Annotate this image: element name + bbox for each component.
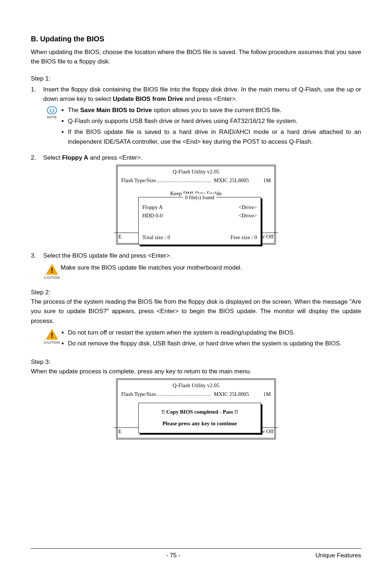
note-icon: NOTE (43, 106, 61, 148)
drive-option[interactable]: Floppy A (142, 203, 163, 212)
step1-item2: Select Floppy A and press <Enter>. (43, 153, 361, 163)
page-number: - 75 - (166, 551, 180, 560)
note-bullet: If the BIOS update file is saved to a ha… (68, 127, 361, 147)
qflash-bottom-right: er Off (261, 233, 274, 241)
qflash-dialog-1: Q-Flash Utility v2.05 Flash Type/Size ..… (116, 165, 276, 245)
list-number: 3. (31, 251, 43, 261)
caution-text: Make sure the BIOS update file matches y… (61, 263, 361, 280)
popup-title: 0 file(s) found (183, 194, 216, 202)
list-number: 1. (31, 85, 43, 104)
completion-msg: !! Copy BIOS completed - Pass !! (142, 407, 257, 416)
section-title: B. Updating the BIOS (31, 33, 361, 45)
intro-text: When updating the BIOS, choose the locat… (31, 48, 361, 67)
step3-text: When the update process is complete, pre… (31, 367, 361, 376)
drive-option[interactable]: HDD 0-0 (142, 212, 163, 220)
caution-bullet: Do not remove the floppy disk, USB flash… (68, 339, 361, 348)
drive-tag: <Drive> (238, 212, 257, 220)
step2-text: The process of the system reading the BI… (31, 297, 361, 326)
free-size: Free size : 0 (230, 233, 257, 242)
caution-bullet: Do not turn off or restart the system wh… (68, 328, 361, 337)
note-bullet: The Save Main BIOS to Drive option allow… (68, 106, 361, 115)
caution-icon: ! CAUTION (43, 328, 61, 350)
continue-msg: Please press any key to continue (142, 419, 257, 428)
footer-section: Unique Features (315, 551, 361, 560)
step1-item3: Select the BIOS update file and press <E… (43, 251, 361, 261)
qflash-bottom-right: er Off (261, 427, 274, 436)
list-number: 2. (31, 153, 43, 163)
qflash-bottom-left: E (118, 233, 122, 241)
note-bullet: Q-Flash only supports USB flash drive or… (68, 116, 361, 126)
step1-label: Step 1: (31, 74, 361, 83)
total-size: Total size : 0 (142, 233, 170, 242)
step2-label: Step 2: (31, 288, 361, 297)
qflash-title: Q-Flash Utility v2.05 (121, 381, 271, 390)
step1-item1: Insert the floppy disk containing the BI… (43, 85, 361, 104)
qflash-bottom-left: E (118, 427, 122, 436)
drive-select-popup: 0 file(s) found Floppy A <Drive> HDD 0-0… (138, 197, 261, 245)
completion-popup: !! Copy BIOS completed - Pass !! Please … (138, 403, 261, 433)
qflash-dialog-2: Q-Flash Utility v2.05 Flash Type/Size ..… (116, 378, 276, 439)
qflash-title: Q-Flash Utility v2.05 (121, 168, 271, 176)
step3-label: Step 3: (31, 357, 361, 367)
caution-icon: ! CAUTION (43, 263, 61, 280)
drive-tag: <Drive> (238, 203, 257, 212)
